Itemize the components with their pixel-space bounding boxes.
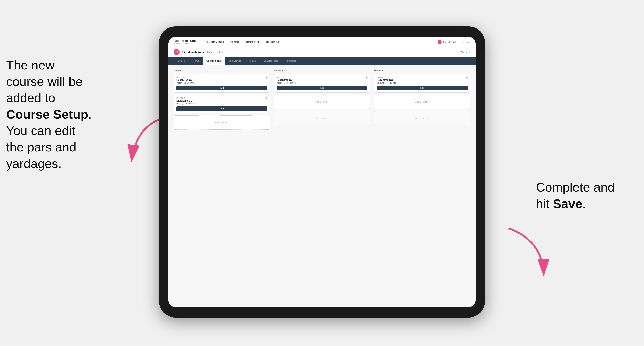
round-2-course-a-label: (Course A): [276, 76, 367, 78]
nav-link-rankings[interactable]: RANKINGS: [263, 37, 282, 47]
round-3-course-a-delete-icon[interactable]: ☕: [465, 76, 468, 79]
tab-details[interactable]: Details: [174, 57, 188, 64]
tournament-bar: C Clippd Invitational (Men) Hosting Canc…: [168, 47, 476, 57]
round-3-add-course-text-2: Add Course +: [415, 117, 429, 119]
tab-results[interactable]: Results: [245, 57, 260, 64]
tab-leaderboards[interactable]: Leaderboards: [260, 57, 282, 64]
nav-link-teams[interactable]: TEAMS: [227, 37, 242, 47]
tab-tee-groups[interactable]: Tee Groups: [226, 57, 245, 64]
round-3-course-a-tee: Yellow (M) (6629 yds): [377, 82, 468, 84]
round-2-course-a-card: ☕ (Course A) Peachtree GC Yellow (M) (66…: [274, 74, 370, 93]
round-1-course-a-delete-icon[interactable]: ☕: [265, 76, 268, 79]
tab-teams[interactable]: Teams: [188, 57, 203, 64]
round-2-add-course-button[interactable]: Add Course +: [274, 95, 370, 109]
nav-right: blair@clippd.io | Sign out: [438, 40, 470, 44]
round-3-course-a-label: (Course A): [377, 76, 468, 78]
logo-area: SCOREBOARD Powered by clippd: [174, 39, 196, 44]
tab-printables[interactable]: Printables: [282, 57, 300, 64]
round-3-course-a-card: ☕ (Course A) Peachtree GC Yellow (M) (66…: [374, 74, 470, 93]
round-1-course-b-card: ☕ (Course B) East Lake GC Black (M) (689…: [174, 95, 270, 113]
annotation-right: Complete and hit Save.: [536, 179, 638, 212]
round-1-course-a-edit-button[interactable]: Edit: [176, 86, 267, 90]
round-2-course-a-delete-icon[interactable]: ☕: [365, 76, 368, 79]
round-3-label: Round 3: [374, 69, 470, 72]
tournament-info: C Clippd Invitational (Men) Hosting: [174, 49, 222, 55]
top-nav: SCOREBOARD Powered by clippd TOURNAMENTS…: [168, 37, 476, 47]
nav-link-tournaments[interactable]: TOURNAMENTS: [202, 37, 227, 47]
round-2-add-course-text-2: Add Course +: [315, 117, 329, 119]
tournament-logo: C: [174, 49, 180, 55]
round-1-course-b-tee: Black (M) (6891 yds): [176, 103, 267, 105]
tournament-gender: (Men): [207, 51, 212, 53]
tournament-name: Clippd Invitational: [182, 51, 204, 54]
annotation-arrow-right: [491, 224, 552, 285]
cancel-button[interactable]: Cancel ×: [461, 51, 470, 53]
nav-links: TOURNAMENTS TEAMS COMMITTEE RANKINGS: [202, 37, 438, 47]
round-3-course-a-edit-button[interactable]: Edit: [377, 86, 468, 90]
round-1-course-a-name: Peachtree GC: [176, 79, 267, 81]
round-2-course-a-name: Peachtree GC: [276, 79, 367, 81]
sign-out-link[interactable]: Sign out: [462, 41, 470, 43]
round-1-add-course-text: Add Course +: [215, 121, 229, 124]
round-1-label: Round 1: [174, 69, 270, 72]
round-1-course-a-label: (Course A): [176, 76, 267, 78]
round-3-add-course-text: Add Course +: [415, 101, 429, 103]
round-2-column: Round 2 ☕ (Course A) Peachtree GC Yellow…: [274, 69, 370, 132]
main-content: Round 1 ☕ (Course A) Peachtree GC Yellow…: [168, 64, 476, 307]
logo-sub: Powered by clippd: [174, 42, 196, 44]
round-3-add-course-button-2: Add Course +: [374, 111, 470, 125]
tournament-status: Hosting: [216, 51, 222, 53]
round-2-add-course-button-2: Add Course +: [274, 111, 370, 125]
logo-scoreboard: SCOREBOARD: [174, 39, 196, 42]
round-3-add-course-button[interactable]: Add Course +: [374, 95, 470, 109]
round-3-course-a-name: Peachtree GC: [377, 79, 468, 81]
round-2-add-course-text: Add Course +: [315, 101, 329, 103]
round-1-column: Round 1 ☕ (Course A) Peachtree GC Yellow…: [174, 69, 270, 132]
round-1-course-a-card: ☕ (Course A) Peachtree GC Yellow (M) (66…: [174, 74, 270, 93]
round-2-course-a-edit-button[interactable]: Edit: [276, 86, 367, 90]
tabs-bar: Details Teams Course Setup Tee Groups Re…: [168, 57, 476, 64]
round-1-course-b-delete-icon[interactable]: ☕: [265, 96, 268, 100]
avatar: [438, 40, 442, 44]
round-1-course-b-edit-button[interactable]: Edit: [176, 106, 267, 111]
round-1-course-b-name: East Lake GC: [176, 99, 267, 102]
round-2-course-a-tee: Yellow (M) (6629 yds): [276, 82, 367, 84]
user-email: blair@clippd.io: [443, 41, 458, 43]
nav-link-committee[interactable]: COMMITTEE: [242, 37, 263, 47]
tablet-device: SCOREBOARD Powered by clippd TOURNAMENTS…: [159, 26, 485, 318]
round-1-course-a-tee: Yellow (M) (6629 yds): [176, 82, 267, 84]
tablet-screen: SCOREBOARD Powered by clippd TOURNAMENTS…: [168, 37, 476, 307]
round-2-label: Round 2: [274, 69, 370, 72]
nav-separator: |: [460, 41, 460, 43]
tab-course-setup[interactable]: Course Setup: [203, 57, 226, 64]
round-1-course-b-label: (Course B): [176, 97, 267, 99]
round-1-add-course-button[interactable]: Add Course +: [174, 115, 270, 130]
round-3-column: Round 3 ☕ (Course A) Peachtree GC Yellow…: [374, 69, 470, 132]
rounds-grid: Round 1 ☕ (Course A) Peachtree GC Yellow…: [174, 69, 470, 132]
